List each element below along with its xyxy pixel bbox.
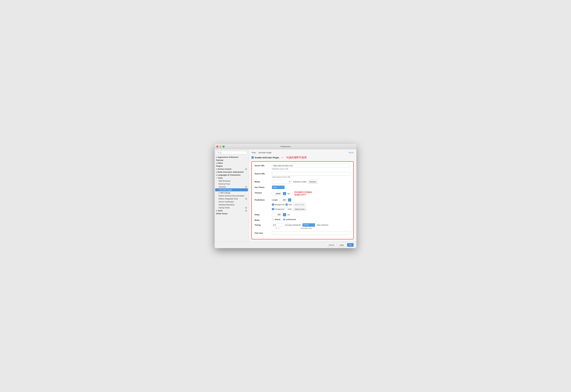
accuracy-label: Accuracy threshold <box>285 224 301 226</box>
delay-increment-button[interactable]: ± <box>283 213 286 216</box>
timeout-label: Timeout <box>255 191 270 194</box>
server-url-hint: Prediction server URL <box>272 168 351 170</box>
ok-button[interactable]: OK <box>347 243 353 247</box>
server-url-input[interactable] <box>272 164 351 168</box>
bg-auto-checkbox-item[interactable]: Auto <box>286 204 292 206</box>
sidebar-item-tasks[interactable]: Tasks ≡ <box>215 209 249 212</box>
sidebar-item-tools[interactable]: Tools <box>215 176 249 180</box>
sidebar-item-xpath-viewer[interactable]: XPath Viewer <box>215 212 249 215</box>
foreground-checkbox[interactable] <box>272 208 274 210</box>
tuning-input[interactable] <box>272 223 283 227</box>
badge-icon: ≡ <box>245 186 247 188</box>
auto-select[interactable]: AUTO LOW MEDIUM HIGH <box>302 223 315 227</box>
enable-row: Enable AiXCoder Plugin ← 勾选此项即可使用 <box>251 156 353 159</box>
length-increment-button[interactable]: ± <box>288 198 291 201</box>
tuning-row: Tuning Accuracy threshold AUTO LOW <box>255 223 351 229</box>
fine-tune-input[interactable] <box>272 231 351 235</box>
theme-select[interactable]: Auto Light Dark <box>272 185 285 189</box>
sidebar: 🔍 Appearance & Behavior Keymap Editor Pl… <box>215 149 249 242</box>
mode-professional-radio[interactable] <box>283 219 285 221</box>
sidebar-item-web-browsers[interactable]: Web Browsers <box>215 180 249 182</box>
badge-icon: ≡ <box>245 168 247 170</box>
search-url-label: Search URL <box>255 172 270 175</box>
mode-content: default professional <box>272 218 351 221</box>
sidebar-item-languages[interactable]: Languages & Frameworks <box>215 173 249 176</box>
bg-auto-checkbox[interactable] <box>286 204 288 206</box>
mode-controls: default professional <box>272 218 351 221</box>
sidebar-item-terminal[interactable]: Terminal ≡ <box>215 185 249 188</box>
fg-auto-checkbox[interactable] <box>285 208 287 210</box>
background-checkbox-item[interactable]: Background <box>272 204 284 206</box>
refresh-button[interactable]: Refresh <box>308 180 318 183</box>
sidebar-item-version-control[interactable]: Version Control ≡ <box>215 168 249 170</box>
search-url-input[interactable] <box>272 172 351 175</box>
sidebar-item-external-tools[interactable]: External Tools <box>215 182 249 185</box>
enable-checkbox[interactable] <box>251 156 254 159</box>
annotation-text: 勾选此项即可使用 <box>286 156 307 159</box>
sidebar-item-python-integrated[interactable]: Python Integrated Tools ≡ <box>215 197 249 200</box>
sidebar-item-appearance[interactable]: Appearance & Behavior <box>215 156 249 159</box>
timeout-input[interactable] <box>272 192 282 196</box>
sidebar-item-python-ext-doc[interactable]: Python External Documentation <box>215 194 249 197</box>
window-title: Preferences <box>280 145 291 148</box>
sidebar-item-plugins[interactable]: Plugins <box>215 165 249 168</box>
sidebar-item-label: Tools <box>218 177 223 179</box>
sidebar-item-startup-tasks[interactable]: Startup Tasks ≡ <box>215 206 249 209</box>
sidebar-item-diff-merge[interactable]: Diff & Merge <box>215 191 249 194</box>
cancel-button[interactable]: Cancel <box>327 243 336 247</box>
predictions-row: Predictions Length: ± <box>255 198 351 211</box>
model-select[interactable] <box>272 180 292 183</box>
close-button[interactable] <box>216 146 218 148</box>
delay-input[interactable] <box>272 213 282 216</box>
maximize-button[interactable] <box>222 146 225 148</box>
background-checkbox[interactable] <box>272 204 274 206</box>
sidebar-item-build[interactable]: Build, Execution, Deployment <box>215 170 249 173</box>
mode-professional-label: professional <box>286 218 296 221</box>
predictions-content: Length: ± Background <box>272 198 351 211</box>
bg-select-color-button[interactable]: Select Color <box>293 203 306 206</box>
mode-default-radio-item[interactable]: default <box>272 218 280 221</box>
reset-link[interactable]: Reset <box>349 152 353 154</box>
timeout-row: Timeout ± ms 所有参数均无需修改系统默认即可 <box>255 191 351 196</box>
predictions-controls: Length: ± Background <box>272 198 351 211</box>
settings-box: Server URL Prediction server URL Search … <box>251 161 353 239</box>
predictions-annotation: 所有参数均无需修改系统默认即可 <box>294 191 312 196</box>
chevron-icon <box>216 168 217 170</box>
apply-button[interactable]: Apply <box>337 243 346 247</box>
delay-unit: ms <box>288 213 290 216</box>
auto-stop-hint: Automatic stop <box>300 227 312 229</box>
sidebar-item-aixcoder[interactable]: aiXcoder Plugin <box>215 188 248 191</box>
sidebar-item-keymap[interactable]: Keymap <box>215 159 249 162</box>
breadcrumb: Tools › aiXcoder Plugin <box>251 152 271 154</box>
chevron-icon <box>219 192 220 194</box>
length-input[interactable] <box>279 198 287 202</box>
mode-row: Mode default professional <box>255 218 351 221</box>
foreground-checkbox-item[interactable]: Foreground <box>272 208 284 210</box>
sidebar-item-label: Settings Repository <box>219 204 234 206</box>
timeout-increment-button[interactable]: ± <box>283 192 286 195</box>
chevron-icon <box>216 210 217 211</box>
sidebar-item-label: External Tools <box>219 183 230 185</box>
mode-professional-radio-item[interactable]: professional <box>283 218 296 221</box>
fg-select-color-button[interactable]: Select Color <box>293 207 307 211</box>
server-url-content: Prediction server URL <box>272 164 351 170</box>
search-box[interactable]: 🔍 <box>216 151 247 154</box>
use-theme-label: Use Theme <box>255 185 270 188</box>
search-input[interactable] <box>220 152 246 154</box>
chevron-icon <box>216 171 217 173</box>
sidebar-item-editor[interactable]: Editor <box>215 162 249 165</box>
length-spinner: ± <box>279 198 291 202</box>
sidebar-item-label: Plugins <box>216 165 223 167</box>
sidebar-item-label: XPath Viewer <box>216 212 228 215</box>
sidebar-item-label: Web Browsers <box>219 180 231 182</box>
tuning-controls: Accuracy threshold AUTO LOW MEDIUM HIGH <box>272 223 351 229</box>
help-button[interactable]: ? <box>218 243 220 247</box>
sidebar-item-server-certs[interactable]: Server Certificates <box>215 200 249 203</box>
sidebar-item-label: Keymap <box>216 159 223 161</box>
fg-auto-checkbox-item[interactable]: Auto <box>285 208 292 210</box>
minimize-button[interactable] <box>220 146 221 148</box>
mode-label: Mode <box>255 218 270 221</box>
mode-default-radio[interactable] <box>272 219 274 221</box>
model-label: Model <box>255 180 270 183</box>
sidebar-item-settings-repo[interactable]: Settings Repository <box>215 203 249 206</box>
